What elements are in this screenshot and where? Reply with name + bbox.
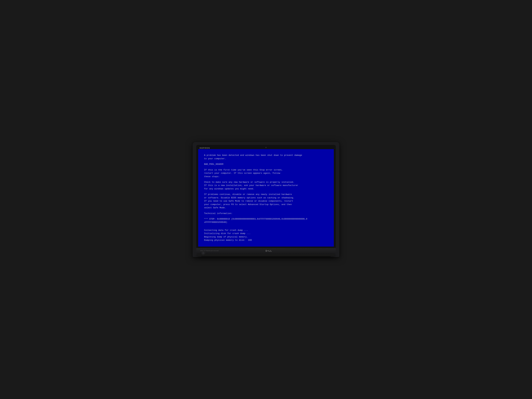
bsod-text-line: Check to make sure any new hardware or s…	[204, 181, 328, 184]
power-button[interactable]	[202, 251, 205, 255]
screen-bezel: INSPIRON A problem has been detected and…	[196, 145, 336, 248]
bsod-blank-line	[204, 215, 328, 217]
bsod-text-line: BAD_POOL_HEADER	[204, 163, 328, 166]
bsod-blank-line	[204, 178, 328, 181]
bsod-blank-line	[204, 166, 328, 168]
laptop-base	[197, 254, 335, 256]
bsod-text-line: for any windows updates you might need.	[204, 187, 328, 190]
bsod-text-line: Dumping physical memory to disk: 100	[204, 239, 328, 242]
bsod-blank-line	[204, 226, 328, 229]
bsod-text-line: Technical information:	[204, 212, 328, 215]
bsod-text-line: your computer, press F8 to select Advanc…	[204, 203, 328, 206]
bsod-blank-line	[204, 210, 328, 212]
bsod-text-line: restart your computer. If this screen ap…	[204, 172, 328, 175]
webcam-dot	[265, 147, 267, 148]
bsod-text-line: to your computer.	[204, 157, 328, 160]
bsod-text-line: If problems continue, disable or remove …	[204, 193, 328, 196]
dell-logo: D•LL	[266, 250, 272, 252]
bsod-text-line: *** STOP: 0x00000019 (0x0000000000000003…	[204, 217, 328, 221]
bsod-blank-line	[204, 190, 328, 193]
bsod-text-line: If you need to use Safe Mode to remove o…	[204, 200, 328, 203]
bsod-text-line: A problem has been detected and windows …	[204, 154, 328, 157]
bsod-text-line: select Safe Mode.	[204, 206, 328, 209]
laptop-bottom-bar: SRS ® PREMIUM SOUND D•LL	[196, 248, 336, 254]
bsod-text-line: Beginning dump of physical memory.	[204, 235, 328, 239]
laptop-foot	[201, 256, 331, 257]
bsod-blank-line	[204, 160, 328, 163]
bsod-text-line: If this is a new installation, ask your …	[204, 184, 328, 187]
bsod-text-line: xFFFFF80003269940)	[204, 221, 328, 224]
bsod-text-line: or software. Disable BIOS memory options…	[204, 196, 328, 200]
laptop-outer: INSPIRON A problem has been detected and…	[193, 142, 339, 257]
bsod-blank-line	[204, 224, 328, 226]
bsod-text-line: Collecting data for crash dump ...	[204, 229, 328, 232]
bsod-screen: A problem has been detected and windows …	[198, 149, 334, 247]
inspiron-label: INSPIRON	[200, 147, 210, 149]
bsod-text-line: If this is the first time you've seen th…	[204, 168, 328, 172]
bsod-text-line: these steps:	[204, 175, 328, 178]
bsod-text-line: Initializing disk for crash dump ...	[204, 232, 328, 235]
